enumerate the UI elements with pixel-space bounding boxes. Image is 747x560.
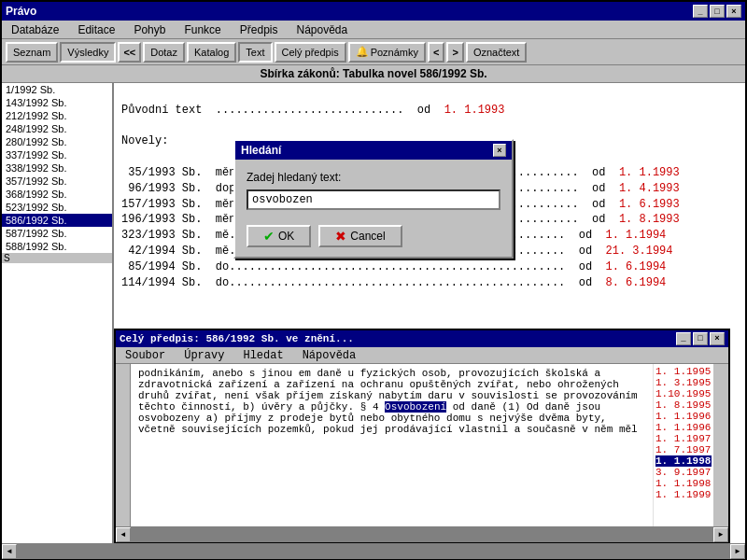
main-bottom-scrollbar[interactable]: ◄ ► xyxy=(2,543,745,558)
dialog-label: Zadej hledaný text: xyxy=(247,171,500,184)
dialog-title-text: Hledání xyxy=(241,144,281,157)
btn-prev[interactable]: < xyxy=(428,42,444,63)
dialog-buttons: ✔ OK ✖ Cancel xyxy=(235,217,512,257)
title-bar: Právo _ □ × xyxy=(2,2,745,21)
status-caption: Sbírka zákonů: Tabulka novel 586/1992 Sb… xyxy=(2,65,745,83)
main-scroll-left[interactable]: ◄ xyxy=(2,544,17,559)
dialog-cancel-button[interactable]: ✖ Cancel xyxy=(318,225,402,247)
maximize-button[interactable]: □ xyxy=(710,5,725,18)
dialog-body: Zadej hledaný text: xyxy=(235,160,512,217)
menu-predpis[interactable]: Předpis xyxy=(234,21,284,38)
btn-next[interactable]: > xyxy=(446,42,463,63)
btn-dotaz[interactable]: Dotaz xyxy=(143,42,185,63)
btn-poznamky[interactable]: 🔔 Poznámky xyxy=(348,42,426,63)
menu-bar: Databáze Editace Pohyb Funkce Předpis Ná… xyxy=(2,21,745,39)
ok-label: OK xyxy=(278,230,294,243)
btn-vysledky[interactable]: Výsledky xyxy=(60,42,116,63)
cancel-x-icon: ✖ xyxy=(335,229,346,244)
ok-checkmark-icon: ✔ xyxy=(263,229,275,244)
menu-databaze[interactable]: Databáze xyxy=(6,21,64,38)
btn-seznam[interactable]: Seznam xyxy=(6,42,58,63)
main-window: Právo _ □ × Databáze Editace Pohyb Funkc… xyxy=(0,0,747,560)
dialog-overlay: Hledání × Zadej hledaný text: ✔ OK ✖ Can… xyxy=(2,83,745,543)
menu-pohyb[interactable]: Pohyb xyxy=(128,21,171,38)
dialog-close-button[interactable]: × xyxy=(493,144,506,157)
cancel-label: Cancel xyxy=(350,230,385,243)
btn-text[interactable]: Text xyxy=(238,42,272,63)
toolbar: Seznam Výsledky << Dotaz Katalog Text Ce… xyxy=(2,39,745,65)
menu-funkce[interactable]: Funkce xyxy=(178,21,226,38)
window-title: Právo xyxy=(6,5,36,18)
main-scroll-right[interactable]: ► xyxy=(730,544,745,559)
close-button[interactable]: × xyxy=(726,5,741,18)
menu-napoveda[interactable]: Nápověda xyxy=(290,21,353,38)
menu-editace[interactable]: Editace xyxy=(72,21,120,38)
dialog-title-bar: Hledání × xyxy=(235,141,512,160)
btn-oznac-text[interactable]: Označtext xyxy=(466,42,528,63)
minimize-button[interactable]: _ xyxy=(693,5,708,18)
main-scroll-track[interactable] xyxy=(17,544,730,559)
dialog-ok-button[interactable]: ✔ OK xyxy=(247,225,311,247)
btn-cely-predpis[interactable]: Celý předpis xyxy=(275,42,346,63)
notes-icon: 🔔 xyxy=(356,46,369,58)
btn-back[interactable]: << xyxy=(118,42,141,63)
hledani-dialog: Hledání × Zadej hledaný text: ✔ OK ✖ Can… xyxy=(233,139,514,259)
search-input[interactable] xyxy=(247,189,500,210)
content-area: 1/1992 Sb. 143/1992 Sb. 212/1992 Sb. 248… xyxy=(2,83,745,543)
btn-katalog[interactable]: Katalog xyxy=(187,42,236,63)
title-controls: _ □ × xyxy=(693,5,741,18)
